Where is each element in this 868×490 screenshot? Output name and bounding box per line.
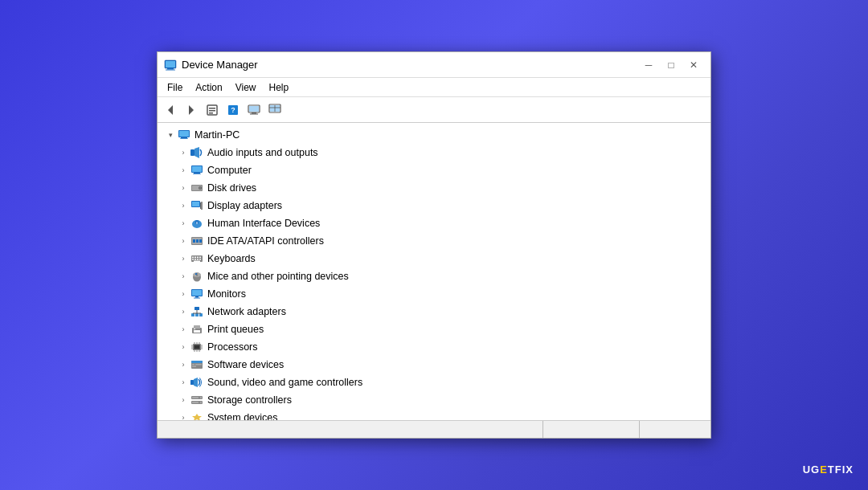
window-icon (164, 59, 177, 71)
tree-item-network[interactable]: › Netwo (174, 303, 710, 321)
sound-label: Sound, video and game controllers (207, 377, 362, 388)
hid-chevron: › (177, 217, 190, 230)
computer2-icon (190, 164, 204, 177)
tree-item-keyboard[interactable]: › (174, 250, 710, 267)
svg-rect-66 (195, 313, 199, 316)
tree-item-sound[interactable]: › Sound, video and game controllers (174, 374, 710, 391)
processors-chevron: › (177, 341, 190, 353)
audio-icon (190, 146, 204, 159)
svg-rect-2 (167, 68, 174, 70)
tree-item-print[interactable]: › Print queues (174, 321, 710, 338)
tree-item-storage[interactable]: › Storage controllers (174, 391, 710, 409)
svg-rect-51 (192, 259, 194, 260)
window-controls: ─ □ ✕ (638, 57, 704, 73)
system-chevron: › (177, 411, 190, 420)
menu-file[interactable]: File (161, 80, 189, 95)
close-button[interactable]: ✕ (683, 57, 704, 73)
svg-rect-15 (250, 113, 258, 114)
display-button[interactable] (244, 100, 264, 120)
svg-rect-75 (194, 330, 200, 333)
tree-item-processors[interactable]: › (174, 338, 710, 356)
svg-rect-3 (166, 69, 175, 70)
svg-marker-25 (194, 147, 199, 158)
svg-rect-23 (180, 138, 188, 139)
svg-rect-74 (194, 325, 200, 329)
svg-rect-45 (199, 239, 202, 243)
update-button[interactable]: ? (223, 100, 243, 120)
tree-item-mice[interactable]: › Mice and other pointing devices (174, 267, 710, 285)
forward-button[interactable] (182, 100, 201, 120)
device-manager-window: Device Manager ─ □ ✕ File Action View He… (157, 51, 711, 439)
maximize-button[interactable]: □ (661, 57, 682, 73)
hid-icon (190, 217, 204, 230)
tree-item-software[interactable]: › Software devices (174, 356, 710, 374)
svg-rect-1 (166, 61, 175, 67)
svg-rect-22 (181, 137, 187, 138)
computer-label: Computer (207, 165, 252, 176)
display-label: Display adapters (207, 200, 282, 211)
svg-rect-65 (191, 313, 194, 316)
svg-rect-37 (200, 202, 201, 209)
svg-marker-98 (194, 378, 198, 387)
disk-chevron: › (177, 182, 190, 194)
keyboard-label: Keyboards (207, 253, 256, 264)
tree-children: › Audio inputs and outputs › (161, 144, 710, 420)
title-bar-left: Device Manager (164, 59, 258, 71)
menu-action[interactable]: Action (189, 80, 228, 95)
svg-rect-28 (194, 173, 200, 174)
tree-root-item[interactable]: ▾ Martin-PC (161, 126, 710, 144)
svg-rect-14 (252, 112, 256, 114)
tree-item-system[interactable]: › System devices (174, 409, 710, 420)
svg-rect-53 (197, 259, 199, 260)
tree-item-hid[interactable]: › Human Interface Devices (174, 214, 710, 232)
svg-rect-27 (192, 166, 202, 172)
svg-rect-62 (195, 296, 199, 298)
tree-item-ide[interactable]: › IDE ATA/ATAPI controllers (174, 232, 710, 250)
network-chevron: › (177, 305, 190, 318)
svg-rect-79 (194, 345, 199, 349)
tree-content: ▾ Martin-PC › (158, 123, 710, 420)
storage-chevron: › (177, 394, 190, 406)
watermark-highlight: E (820, 463, 828, 476)
ide-chevron: › (177, 235, 190, 247)
root-chevron: ▾ (164, 129, 177, 141)
tree-item-disk[interactable]: › Disk drives (174, 179, 710, 197)
menu-view[interactable]: View (229, 80, 263, 95)
tree-item-computer[interactable]: › Computer (174, 161, 710, 179)
menu-bar: File Action View Help (158, 78, 710, 97)
svg-rect-43 (193, 239, 195, 243)
computer-icon (177, 129, 191, 141)
status-segment-1 (158, 421, 543, 438)
audio-label: Audio inputs and outputs (207, 147, 318, 158)
system-icon (190, 411, 204, 420)
print-label: Print queues (207, 324, 264, 335)
svg-rect-21 (179, 131, 189, 137)
svg-rect-13 (249, 106, 259, 112)
processors-icon (190, 341, 204, 353)
audio-chevron: › (177, 146, 190, 159)
svg-rect-54 (199, 259, 201, 260)
disk-icon (190, 182, 204, 194)
svg-rect-35 (192, 202, 199, 206)
keyboard-icon (190, 252, 204, 265)
mice-chevron: › (177, 270, 190, 283)
storage-icon (190, 394, 204, 406)
svg-marker-5 (189, 105, 194, 115)
svg-rect-24 (190, 149, 194, 156)
svg-rect-59 (195, 273, 197, 275)
svg-point-33 (199, 187, 201, 189)
tree-item-display[interactable]: › Display adapters (174, 197, 710, 214)
tree-item-audio[interactable]: › Audio inputs and outputs (174, 144, 710, 161)
monitor-button[interactable] (265, 100, 285, 120)
tree-item-monitors[interactable]: › Monitors (174, 285, 710, 303)
minimize-button[interactable]: ─ (638, 57, 659, 73)
svg-rect-47 (192, 257, 194, 259)
svg-rect-76 (194, 329, 195, 329)
properties-button[interactable] (203, 100, 222, 120)
svg-rect-93 (191, 361, 203, 363)
disk-label: Disk drives (207, 182, 256, 194)
menu-help[interactable]: Help (263, 80, 296, 95)
back-button[interactable] (161, 100, 180, 120)
svg-rect-52 (194, 259, 196, 260)
svg-rect-67 (199, 313, 203, 316)
